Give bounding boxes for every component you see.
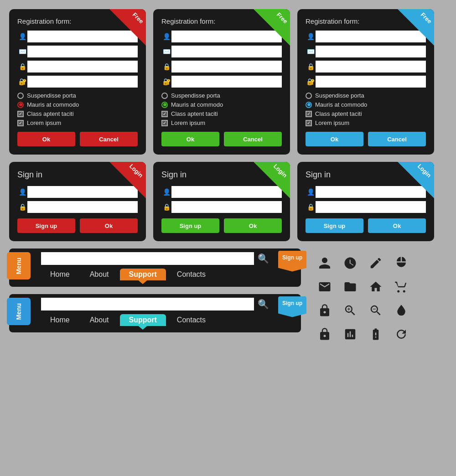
refresh-icon <box>391 324 411 344</box>
nav-link-support-blue[interactable]: Support <box>120 314 166 326</box>
confirm-input-red[interactable] <box>27 76 138 88</box>
radio-empty-blue[interactable] <box>306 93 312 99</box>
login-pass-input-red[interactable] <box>27 201 138 213</box>
option-label-1-red: Suspendisse porta <box>27 92 76 99</box>
login-btn-row-green: Sign up Ok <box>161 218 282 233</box>
nav-bar-orange-wrapper: Menu 🔍 Home About Support Contacts Sign … <box>9 248 301 287</box>
nav-link-contacts-orange[interactable]: Contacts <box>168 269 215 280</box>
login-pass-input-green[interactable] <box>171 201 282 213</box>
nav-links-row-orange: Home About Support Contacts <box>41 269 269 280</box>
radio-filled-green[interactable] <box>161 102 168 108</box>
pass-input-green[interactable] <box>171 61 282 72</box>
home-icon <box>366 277 386 297</box>
signup-badge-orange[interactable]: Sign up <box>278 251 306 272</box>
form-row-confirm-red: 🔐 <box>17 76 138 88</box>
option-radio2-red: Mauris at commodo <box>17 101 138 108</box>
lock2-icon-red: 🔐 <box>17 78 27 85</box>
cancel-button-red[interactable]: Cancel <box>80 132 138 146</box>
login-form-blue: Login Sign in 👤 🔒 Sign up Ok <box>297 162 434 241</box>
login-corner-red: Login <box>109 162 146 198</box>
email-icon-blue: ✉️ <box>306 48 316 55</box>
nav-link-contacts-blue[interactable]: Contacts <box>168 314 215 326</box>
menu-tab-blue[interactable]: Menu <box>7 298 31 325</box>
login-pass-input-blue[interactable] <box>316 201 426 213</box>
option-radio1-red: Suspendisse porta <box>17 92 138 99</box>
login-corner-green: Login <box>254 162 290 198</box>
option-label-3-green: Class aptent taciti <box>171 110 218 117</box>
nav-icons-row: Menu 🔍 Home About Support Contacts Sign … <box>9 248 447 349</box>
login-ok-button-red[interactable]: Ok <box>80 218 138 233</box>
ok-button-green[interactable]: Ok <box>161 132 219 146</box>
radio-empty-red[interactable] <box>17 93 24 99</box>
mail-icon <box>315 277 335 297</box>
confirm-input-blue[interactable] <box>316 76 426 88</box>
login-row-pass-blue: 🔒 <box>306 201 426 213</box>
radio-empty-green[interactable] <box>161 93 168 99</box>
login-lock-icon-blue: 🔒 <box>306 203 316 211</box>
nav-link-about-blue[interactable]: About <box>81 314 118 326</box>
signup-badge-blue[interactable]: Sign up <box>278 296 306 317</box>
nav-bar-blue-wrapper: Menu 🔍 Home About Support Contacts Sign … <box>9 294 301 332</box>
option-check2-red: ✓ Lorem ipsum <box>17 119 138 126</box>
login-user-icon-red: 👤 <box>17 188 27 196</box>
nav-link-about-orange[interactable]: About <box>81 269 118 280</box>
login-ok-button-green[interactable]: Ok <box>224 218 282 233</box>
zoom-out-icon <box>366 300 386 321</box>
form-row-email-blue: ✉️ <box>306 46 426 57</box>
options-green: Suspendisse porta Mauris at commodo ✓ Cl… <box>161 92 282 126</box>
cancel-button-green[interactable]: Cancel <box>224 132 282 146</box>
login-lock-icon-green: 🔒 <box>161 203 171 211</box>
option-label-4-red: Lorem ipsum <box>27 119 61 126</box>
checkbox1-green[interactable]: ✓ <box>161 111 168 117</box>
corner-bg-blue <box>398 9 434 46</box>
confirm-input-green[interactable] <box>171 76 282 88</box>
ok-button-red[interactable]: Ok <box>17 132 75 146</box>
email-icon-red: ✉️ <box>17 48 27 55</box>
checkbox1-red[interactable]: ✓ <box>17 111 24 117</box>
options-red: Suspendisse porta Mauris at commodo ✓ Cl… <box>17 92 138 126</box>
person-icon <box>315 253 335 273</box>
lock-icon-red: 🔒 <box>17 63 27 70</box>
checkbox2-blue[interactable]: ✓ <box>306 120 312 126</box>
corner-red: Free <box>109 9 146 46</box>
pass-input-red[interactable] <box>27 61 138 72</box>
cancel-button-blue[interactable]: Cancel <box>368 132 426 146</box>
mouse-icon <box>391 253 411 273</box>
user-icon-blue: 👤 <box>306 33 316 40</box>
search-icon-orange: 🔍 <box>258 253 269 264</box>
checkbox1-blue[interactable]: ✓ <box>306 111 312 117</box>
nav-search-input-blue[interactable] <box>41 298 254 310</box>
signup-button-blue[interactable]: Sign up <box>306 218 363 233</box>
corner-bg-green <box>254 9 290 46</box>
email-input-green[interactable] <box>171 46 282 57</box>
form-row-confirm-green: 🔐 <box>161 76 282 88</box>
corner-blue: Free <box>398 9 434 46</box>
folder-icon <box>340 277 360 297</box>
radio-filled-red[interactable] <box>17 102 24 108</box>
menu-tab-orange[interactable]: Menu <box>7 252 31 279</box>
nav-link-home-blue[interactable]: Home <box>41 314 79 326</box>
option-label-2-blue: Mauris at commodo <box>315 101 367 108</box>
signup-button-green[interactable]: Sign up <box>161 218 219 233</box>
user-icon-green: 👤 <box>161 33 171 40</box>
pencil-icon <box>366 253 386 273</box>
signup-button-red[interactable]: Sign up <box>17 218 75 233</box>
nav-link-home-orange[interactable]: Home <box>41 269 79 280</box>
nav-link-support-orange[interactable]: Support <box>120 269 166 280</box>
login-user-icon-blue: 👤 <box>306 188 316 196</box>
login-ok-button-blue[interactable]: Ok <box>368 218 426 233</box>
login-form-red: Login Sign in 👤 🔒 Sign up Ok <box>9 162 146 241</box>
nav-bar-orange: Menu 🔍 Home About Support Contacts <box>9 248 301 287</box>
checkbox2-red[interactable]: ✓ <box>17 120 24 126</box>
radio-filled-blue[interactable] <box>306 102 312 108</box>
nav-search-input-orange[interactable] <box>41 252 254 265</box>
btn-row-green: Ok Cancel <box>161 132 282 146</box>
checkbox2-green[interactable]: ✓ <box>161 120 168 126</box>
chart-icon <box>340 324 360 344</box>
ok-button-blue[interactable]: Ok <box>306 132 363 146</box>
pass-input-blue[interactable] <box>316 61 426 72</box>
option-check2-blue: ✓ Lorem ipsum <box>306 119 426 126</box>
login-btn-row-blue: Sign up Ok <box>306 218 426 233</box>
email-input-blue[interactable] <box>316 46 426 57</box>
email-input-red[interactable] <box>27 46 138 57</box>
